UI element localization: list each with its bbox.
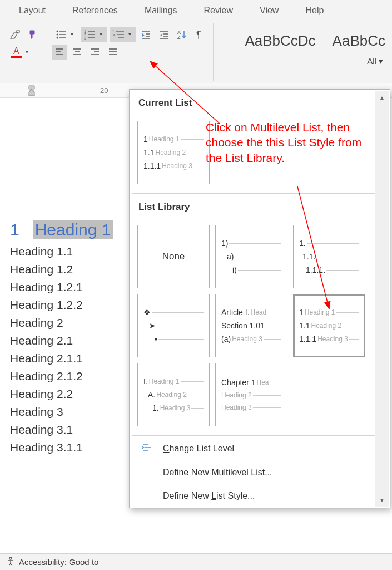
- svg-rect-1: [11, 56, 22, 58]
- list-thumb-chapter[interactable]: Chapter 1Hea Heading 2 Heading 3: [215, 363, 287, 426]
- list-library-title: List Library: [138, 202, 381, 213]
- svg-point-4: [57, 34, 58, 36]
- status-bar: Accessibility: Good to: [0, 553, 392, 570]
- multilevel-list-button[interactable]: 1ai: [110, 27, 136, 42]
- tab-layout[interactable]: Layout: [6, 1, 59, 20]
- bullets-button[interactable]: [52, 27, 78, 42]
- scroll-up-button[interactable]: ▲: [376, 92, 388, 103]
- tab-view[interactable]: View: [246, 1, 292, 20]
- svg-text:Z: Z: [177, 35, 181, 40]
- indent-marker[interactable]: [28, 85, 36, 97]
- format-painter-button[interactable]: [24, 27, 40, 42]
- svg-text:i: i: [115, 36, 115, 40]
- increase-indent-button[interactable]: [156, 27, 172, 42]
- list-thumb-parens[interactable]: 1) a) i): [215, 225, 287, 288]
- ribbon-toolbar: A 123 1ai AZ ¶: [0, 21, 392, 83]
- tab-references[interactable]: References: [59, 1, 131, 20]
- ruler-number: 20: [100, 86, 108, 95]
- list-thumb-roman[interactable]: I.Heading 1 A.Heading 2 1.Heading 3: [137, 363, 210, 426]
- heading-1-text[interactable]: Heading 1: [33, 220, 113, 239]
- decrease-indent-button[interactable]: [138, 27, 154, 42]
- list-thumb-none[interactable]: None: [137, 225, 210, 288]
- clear-format-button[interactable]: [7, 27, 22, 42]
- tab-mailings[interactable]: Mailings: [131, 1, 191, 20]
- list-thumb-bullets[interactable]: ❖ ➤ ▪: [137, 294, 210, 357]
- list-thumb-dotnum[interactable]: 1. 1.1. 1.1.1.: [293, 225, 365, 288]
- align-center-button[interactable]: [70, 45, 85, 60]
- ribbon-tabs: Layout References Mailings Review View H…: [0, 0, 392, 21]
- dropdown-scrollbar[interactable]: ▲ ▼: [375, 91, 389, 507]
- svg-text:3: 3: [84, 36, 86, 40]
- tab-help[interactable]: Help: [292, 1, 337, 20]
- paragraph-marks-button[interactable]: ¶: [192, 27, 207, 42]
- sort-button[interactable]: AZ: [174, 27, 190, 42]
- define-multilevel-menu[interactable]: Define New Multilevel List...: [130, 461, 390, 484]
- svg-point-49: [9, 557, 12, 559]
- numbering-button[interactable]: 123: [81, 27, 107, 42]
- annotation-text: Click on Multilevel List, then choose th…: [206, 120, 373, 165]
- list-thumb-article[interactable]: Article I.Head Section 1.01 (a)Heading 3: [215, 294, 287, 357]
- svg-text:¶: ¶: [196, 30, 201, 40]
- style-heading[interactable]: AaBbCc: [327, 29, 391, 53]
- indent-icon: [141, 443, 153, 455]
- justify-button[interactable]: [105, 45, 121, 60]
- current-list-title: Current List: [138, 97, 381, 109]
- heading-number: 1: [10, 220, 19, 239]
- align-left-button[interactable]: [52, 45, 67, 60]
- svg-text:A: A: [13, 46, 19, 56]
- style-normal[interactable]: AaBbCcDc: [239, 29, 321, 53]
- tab-review[interactable]: Review: [191, 1, 246, 20]
- scroll-down-button[interactable]: ▼: [376, 494, 388, 505]
- change-list-level-menu[interactable]: CChange List Levelhange List Level ›: [130, 436, 390, 461]
- font-color-button[interactable]: A: [7, 45, 33, 60]
- all-styles-button[interactable]: All ▾: [367, 56, 391, 66]
- accessibility-icon: [6, 556, 16, 568]
- define-list-style-menu[interactable]: Define New List Style...: [130, 484, 390, 508]
- styles-gallery: AaBbCcDc AaBbCc All ▾: [239, 23, 391, 81]
- svg-point-6: [57, 37, 58, 39]
- accessibility-status[interactable]: Accessibility: Good to: [19, 557, 98, 567]
- list-thumb-headings-selected[interactable]: 1Heading 1 1.1Heading 2 1.1.1Heading 3: [293, 294, 365, 357]
- align-right-button[interactable]: [87, 45, 103, 60]
- current-list-thumb[interactable]: 1Heading 1 1.1Heading 2 1.1.1Heading 3: [137, 121, 210, 184]
- svg-point-2: [57, 31, 58, 32]
